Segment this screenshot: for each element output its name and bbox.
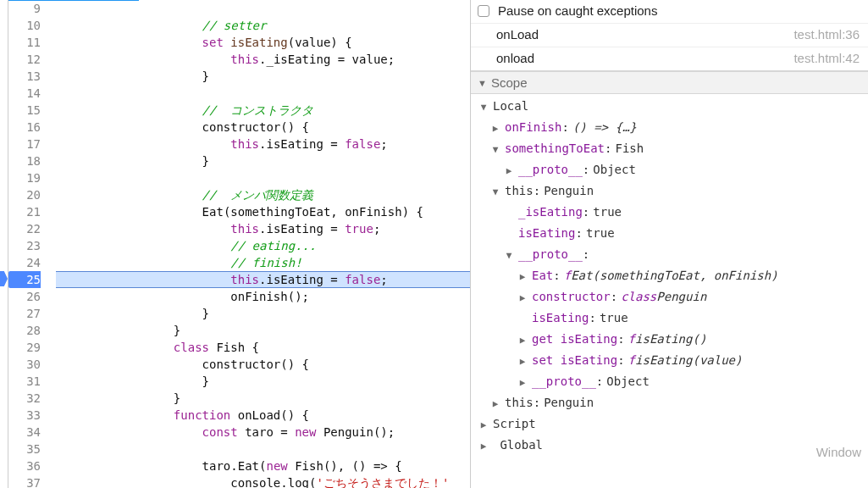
- scope-variable-row[interactable]: Eat: f Eat(somethingToEat, onFinish): [479, 265, 863, 286]
- scope-variable-row[interactable]: this: Penguin: [479, 392, 863, 413]
- line-number[interactable]: 17: [8, 136, 41, 152]
- line-number[interactable]: 34: [8, 424, 41, 441]
- line-number[interactable]: 13: [8, 68, 41, 85]
- line-number[interactable]: 14: [8, 85, 41, 102]
- line-number[interactable]: 10: [8, 17, 41, 34]
- code-line[interactable]: [56, 441, 470, 458]
- scope-global-header[interactable]: Global: [479, 435, 863, 456]
- line-number[interactable]: 9: [8, 0, 41, 17]
- colon: :: [583, 202, 593, 223]
- code-line[interactable]: class Fish {: [56, 339, 470, 356]
- code-line[interactable]: }: [56, 152, 470, 169]
- code-line[interactable]: set isEating(value) {: [56, 34, 470, 51]
- scope-variable-row[interactable]: set isEating: f isEating(value): [479, 350, 863, 371]
- scope-variable-row[interactable]: isEating: true: [479, 308, 863, 329]
- chevron-right-icon[interactable]: [518, 287, 527, 308]
- pause-on-caught-row[interactable]: Pause on caught exceptions: [471, 0, 868, 23]
- function-keyword: f: [564, 265, 571, 286]
- scope-local-header[interactable]: Local: [479, 96, 863, 117]
- line-number[interactable]: 24: [8, 254, 41, 271]
- line-number[interactable]: 19: [8, 169, 41, 186]
- line-number[interactable]: 36: [8, 458, 41, 474]
- code-line[interactable]: // finish!: [56, 254, 470, 271]
- line-number[interactable]: 31: [8, 373, 41, 390]
- line-number[interactable]: 29: [8, 339, 41, 356]
- line-number[interactable]: 37: [8, 474, 41, 488]
- line-number[interactable]: 12: [8, 51, 41, 68]
- scope-variable-row[interactable]: somethingToEat: Fish: [479, 138, 863, 159]
- scope-variable-row[interactable]: isEating: true: [479, 223, 863, 244]
- code-line[interactable]: }: [56, 68, 470, 85]
- checkbox-icon[interactable]: [478, 5, 489, 17]
- colon: :: [575, 223, 585, 244]
- code-line[interactable]: // setter: [56, 17, 470, 34]
- code-line[interactable]: [56, 0, 470, 17]
- chevron-down-icon[interactable]: [491, 181, 500, 202]
- code-line[interactable]: }: [56, 373, 470, 390]
- chevron-right-icon[interactable]: [518, 372, 527, 393]
- line-number[interactable]: 32: [8, 390, 41, 407]
- code-line[interactable]: // メンバ関数定義: [56, 186, 470, 203]
- scope-variable-row[interactable]: __proto__: Object: [479, 159, 863, 180]
- code-line[interactable]: // eating...: [56, 237, 470, 254]
- scope-variable-row[interactable]: __proto__:: [479, 244, 863, 265]
- line-number[interactable]: 20: [8, 186, 41, 203]
- chevron-right-icon[interactable]: [518, 330, 527, 351]
- chevron-down-icon[interactable]: [505, 245, 513, 266]
- chevron-right-icon[interactable]: [505, 160, 513, 181]
- code-line[interactable]: console.log('ごちそうさまでした！': [56, 474, 470, 488]
- code-line[interactable]: this.isEating = false;: [56, 136, 470, 152]
- line-number-gutter[interactable]: 9101112131415161718192021222324252627282…: [8, 0, 56, 488]
- line-number[interactable]: 21: [8, 203, 41, 220]
- callstack-frame[interactable]: onloadtest.html:42: [471, 47, 868, 70]
- line-number[interactable]: 33: [8, 407, 41, 424]
- code-line[interactable]: taro.Eat(new Fish(), () => {: [56, 458, 470, 474]
- chevron-right-icon[interactable]: [491, 393, 500, 414]
- line-number[interactable]: 30: [8, 356, 41, 373]
- function-signature: Eat(somethingToEat, onFinish): [571, 265, 777, 286]
- code-line[interactable]: this.isEating = true;: [56, 220, 470, 237]
- code-line[interactable]: function onLoad() {: [56, 407, 470, 424]
- scope-variable-row[interactable]: get isEating: f isEating(): [479, 329, 863, 350]
- scope-variable-row[interactable]: this: Penguin: [479, 180, 863, 202]
- code-line[interactable]: // コンストラクタ: [56, 102, 470, 119]
- line-number[interactable]: 23: [8, 237, 41, 254]
- code-area[interactable]: // setter set isEating(value) { this._is…: [56, 0, 470, 488]
- code-line[interactable]: const taro = new Penguin();: [56, 424, 470, 441]
- code-line[interactable]: }: [56, 390, 470, 407]
- variable-value: true: [586, 223, 615, 244]
- scope-variable-row[interactable]: _isEating: true: [479, 202, 863, 223]
- code-line[interactable]: }: [56, 305, 470, 322]
- line-number[interactable]: 26: [8, 288, 41, 305]
- class-keyword: class: [621, 286, 656, 308]
- callstack-frame[interactable]: onLoadtest.html:36: [471, 23, 868, 47]
- scope-script-header[interactable]: Script: [479, 413, 863, 435]
- code-line[interactable]: [56, 85, 470, 102]
- line-number[interactable]: 11: [8, 34, 41, 51]
- line-number[interactable]: 18: [8, 152, 41, 169]
- code-line[interactable]: Eat(somethingToEat, onFinish) {: [56, 203, 470, 220]
- code-line[interactable]: [56, 169, 470, 186]
- code-line[interactable]: this._isEating = value;: [56, 51, 470, 68]
- code-line[interactable]: constructor() {: [56, 119, 470, 136]
- chevron-right-icon[interactable]: [518, 351, 527, 372]
- line-number[interactable]: 22: [8, 220, 41, 237]
- scope-variable-row[interactable]: onFinish: () => {…}: [479, 117, 863, 138]
- chevron-right-icon[interactable]: [491, 118, 500, 139]
- line-number[interactable]: 27: [8, 305, 41, 322]
- chevron-right-icon[interactable]: [518, 266, 527, 287]
- scope-variable-row[interactable]: __proto__: Object: [479, 371, 863, 392]
- code-line[interactable]: onFinish();: [56, 288, 470, 305]
- line-number[interactable]: 15: [8, 102, 41, 119]
- chevron-down-icon[interactable]: [491, 139, 500, 160]
- line-number[interactable]: 35: [8, 441, 41, 458]
- line-number[interactable]: 28: [8, 322, 41, 339]
- code-line[interactable]: }: [56, 322, 470, 339]
- code-line[interactable]: this.isEating = false;: [56, 271, 470, 288]
- colon: :: [561, 117, 572, 138]
- line-number[interactable]: 16: [8, 119, 41, 136]
- scope-header[interactable]: Scope: [471, 71, 868, 94]
- line-number[interactable]: 25: [8, 271, 41, 288]
- code-line[interactable]: constructor() {: [56, 356, 470, 373]
- scope-variable-row[interactable]: constructor: class Penguin: [479, 286, 863, 308]
